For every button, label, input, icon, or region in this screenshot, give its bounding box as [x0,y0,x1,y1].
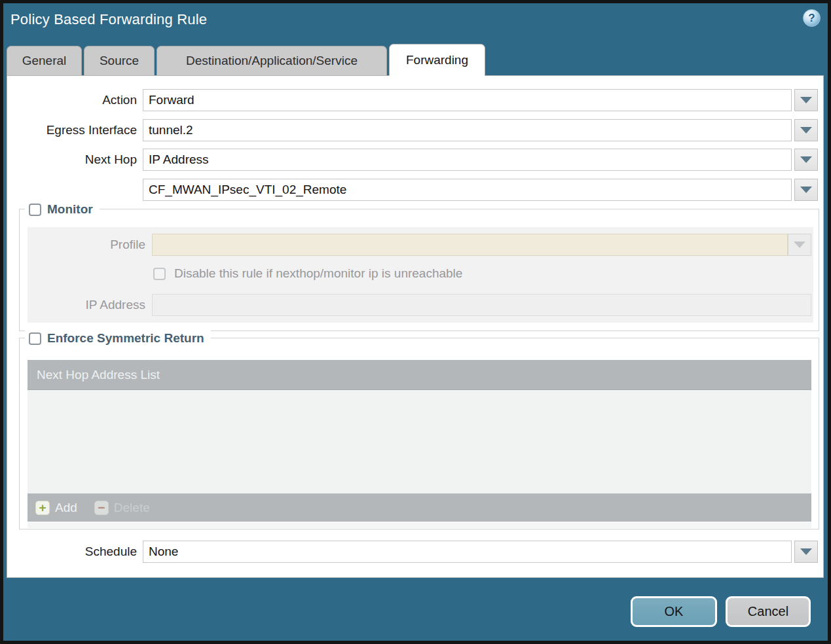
monitor-checkbox[interactable] [29,204,41,216]
enforce-symmetric-return-section: Enforce Symmetric Return Next Hop Addres… [19,338,819,529]
enforce-symmetric-return-legend: Enforce Symmetric Return [25,331,211,346]
monitor-panel: Profile Disable this rule if nexthop/mon… [28,227,813,323]
profile-dropdown-button [788,234,811,256]
next-hop-type-input[interactable] [143,149,792,171]
dialog-title: Policy Based Forwarding Rule [10,11,207,28]
help-icon[interactable]: ? [803,9,821,27]
enforce-symmetric-return-label: Enforce Symmetric Return [47,331,204,346]
policy-based-forwarding-dialog: Policy Based Forwarding Rule ? General S… [0,0,831,644]
action-input[interactable] [143,89,792,111]
monitor-ip-address-field [152,294,811,316]
plus-icon: + [35,501,50,515]
monitor-section: Monitor Profile Disable this rule if nex… [19,209,819,331]
enforce-symmetric-return-checkbox[interactable] [29,332,41,345]
next-hop-address-table-body[interactable] [28,390,811,493]
chevron-down-icon [800,97,812,103]
schedule-label: Schedule [7,541,137,563]
monitor-ip-address-label: IP Address [28,294,145,316]
disable-rule-row: Disable this rule if nexthop/monitor ip … [153,266,462,281]
tab-source[interactable]: Source [84,46,155,75]
disable-rule-checkbox [153,268,166,280]
tab-destination-application-service[interactable]: Destination/Application/Service [157,46,387,75]
action-dropdown-button[interactable] [794,89,818,111]
add-button-label: Add [55,501,77,515]
tab-forwarding[interactable]: Forwarding [389,44,485,76]
ok-button[interactable]: OK [631,596,717,627]
next-hop-address-table-footer: + Add − Delete [28,493,811,522]
next-hop-address-table: Next Hop Address List + Add − Delete [28,360,811,522]
monitor-legend: Monitor [25,202,100,217]
schedule-input[interactable] [143,541,792,563]
egress-interface-label: Egress Interface [7,119,137,141]
profile-field [152,234,788,256]
chevron-down-icon [800,187,812,193]
monitor-legend-label: Monitor [47,202,93,217]
minus-icon: − [94,501,109,515]
disable-rule-label: Disable this rule if nexthop/monitor ip … [174,266,462,281]
action-label: Action [7,89,137,111]
add-button[interactable]: + Add [35,501,77,515]
chevron-down-icon [794,241,805,248]
tab-general[interactable]: General [7,46,82,75]
profile-label: Profile [28,234,145,256]
chevron-down-icon [800,127,812,134]
egress-interface-dropdown-button[interactable] [794,119,818,141]
forwarding-tab-panel: Action Egress Interface Next Hop Monitor [7,75,824,578]
next-hop-type-dropdown-button[interactable] [794,149,818,171]
next-hop-address-input[interactable] [143,179,792,201]
next-hop-address-list-header: Next Hop Address List [28,360,811,390]
cancel-button[interactable]: Cancel [726,596,811,627]
table-bottom-strip [28,522,811,528]
next-hop-label: Next Hop [7,149,137,171]
delete-button-label: Delete [114,501,150,515]
chevron-down-icon [800,156,812,163]
delete-button: − Delete [94,501,150,515]
chevron-down-icon [800,548,812,555]
next-hop-address-dropdown-button[interactable] [794,179,818,201]
egress-interface-input[interactable] [143,119,792,141]
schedule-dropdown-button[interactable] [794,541,818,563]
